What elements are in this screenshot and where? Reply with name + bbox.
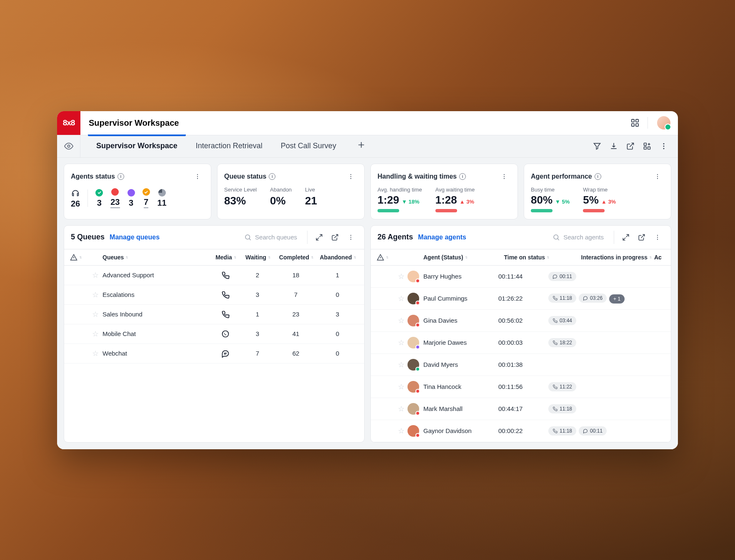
agent-row[interactable]: ☆Mark Marshall00:44:1711:18 [371,398,671,420]
filter-icon[interactable] [590,139,604,153]
agent-row[interactable]: ☆Barry Hughes00:11:4400:11 [371,266,671,288]
card-more-icon[interactable] [191,170,204,183]
info-icon[interactable]: i [459,173,466,180]
agent-row[interactable]: ☆Paul Cummings01:26:2211:1803:26+ 1 [371,288,671,310]
interaction-pill[interactable]: 11:18 [548,294,576,303]
status-dot [415,433,420,438]
star-icon[interactable]: ☆ [398,360,405,369]
popout-icon[interactable] [635,231,648,244]
star-icon[interactable]: ☆ [398,404,405,413]
agent-interactions: 11:1800:11 [548,426,654,436]
interaction-pill[interactable]: 18:22 [548,338,576,347]
manage-queues-link[interactable]: Manage queues [110,234,160,241]
popout-icon[interactable] [328,231,342,244]
status-group-yellow[interactable]: 7 [142,188,150,208]
tab-interaction-retrieval[interactable]: Interaction Retrieval [195,136,263,157]
expand-icon[interactable] [619,231,632,244]
star-icon[interactable]: ☆ [398,272,405,281]
star-icon[interactable]: ☆ [398,294,405,303]
card-more-icon[interactable] [344,170,358,183]
card-title: Agent performance i [531,173,601,180]
queue-metric: Live21 [305,187,317,207]
info-icon[interactable]: i [118,173,124,180]
status-group-purple[interactable]: 3 [128,189,135,208]
card-more-icon[interactable] [651,170,664,183]
star-icon[interactable]: ☆ [92,271,99,280]
agent-avatar [408,403,419,415]
queue-row[interactable]: ☆Escalations370 [64,285,364,305]
agent-col-header[interactable]: Agent (Status) [423,254,463,261]
eye-icon[interactable] [57,135,80,157]
tab-supervisor-workspace[interactable]: Supervisor Workspace [95,136,178,157]
star-icon[interactable]: ☆ [398,382,405,391]
star-icon[interactable]: ☆ [92,310,99,319]
svg-point-11 [197,174,198,175]
media-col-header[interactable]: Media [215,254,232,261]
card-more-icon[interactable] [498,170,511,183]
interaction-pill[interactable]: 11:18 [548,426,576,436]
agent-time-on-status: 00:00:22 [498,427,548,434]
interactions-col-header[interactable]: Interactions in progress [581,254,648,261]
status-group-gray[interactable]: 11 [158,189,167,208]
interaction-pill[interactable]: 00:11 [579,426,607,436]
download-icon[interactable] [607,139,620,153]
panels-row: 5 Queues Manage queues Search queues [64,225,671,443]
actions-col-header[interactable]: Ac [654,254,662,261]
interaction-pill[interactable]: 11:18 [548,404,576,413]
time-col-header[interactable]: Time on status [504,254,545,261]
interaction-pill[interactable]: 00:11 [548,272,576,281]
search-agents[interactable]: Search agents [548,234,609,241]
add-tab-icon[interactable] [354,141,369,152]
abandoned-col-header[interactable]: Abandoned [320,254,352,261]
expand-icon[interactable] [312,231,326,244]
status-group-red[interactable]: 23 [110,188,120,208]
interaction-pill[interactable]: 11:22 [548,382,576,391]
queue-row[interactable]: ☆Mobile Chat3410 [64,324,364,344]
panel-more-icon[interactable] [651,231,664,244]
add-widget-icon[interactable] [640,139,654,153]
grid-apps-icon[interactable] [628,116,642,129]
queue-row[interactable]: ☆Sales Inbound1233 [64,305,364,324]
metric-avg-waiting-time: Avg waiting time1:28▲ 3% [435,187,475,212]
star-icon[interactable]: ☆ [92,349,99,358]
svg-point-23 [245,235,250,239]
queues-col-header[interactable]: Queues [102,254,124,261]
manage-agents-link[interactable]: Manage agents [418,234,466,241]
panel-more-icon[interactable] [344,231,358,244]
tab-post-call-survey[interactable]: Post Call Survey [280,136,337,157]
star-icon[interactable]: ☆ [92,290,99,299]
agent-row[interactable]: ☆David Myers00:01:38 [371,354,671,376]
info-icon[interactable]: i [269,173,275,180]
interaction-pill[interactable]: 03:44 [548,316,576,325]
waiting-col-header[interactable]: Waiting [245,254,266,261]
agent-row[interactable]: ☆Gina Davies00:56:0203:44 [371,310,671,332]
star-icon[interactable]: ☆ [92,329,99,338]
queue-row[interactable]: ☆Webchat7620 [64,344,364,363]
card-title: Agents status i [71,173,124,180]
svg-point-19 [504,178,505,179]
svg-point-4 [68,145,70,147]
queue-row[interactable]: ☆Advanced Support2181 [64,266,364,285]
agent-row[interactable]: ☆Tina Hancock00:11:5611:22 [371,376,671,398]
star-icon[interactable]: ☆ [398,316,405,325]
star-icon[interactable]: ☆ [398,426,405,436]
agent-row[interactable]: ☆Gaynor Davidson00:00:2211:1800:11 [371,420,671,442]
user-avatar[interactable] [657,116,670,129]
svg-point-20 [657,174,658,175]
agent-row[interactable]: ☆Marjorie Dawes00:00:0318:22 [371,332,671,354]
interaction-pill[interactable]: + 1 [609,294,625,304]
external-link-icon[interactable] [624,139,637,153]
svg-rect-6 [644,147,647,149]
chat-icon [211,349,240,358]
agent-interactions: 11:1803:26+ 1 [548,294,654,304]
queue-waiting: 1 [240,311,275,318]
svg-point-18 [504,176,505,177]
info-icon[interactable]: i [595,173,601,180]
star-icon[interactable]: ☆ [398,338,405,347]
status-group-green[interactable]: 3 [95,189,103,208]
more-icon[interactable] [657,139,670,153]
divider [88,189,88,207]
search-queues[interactable]: Search queues [239,234,302,241]
completed-col-header[interactable]: Completed [279,254,309,261]
interaction-pill[interactable]: 03:26 [579,294,607,303]
